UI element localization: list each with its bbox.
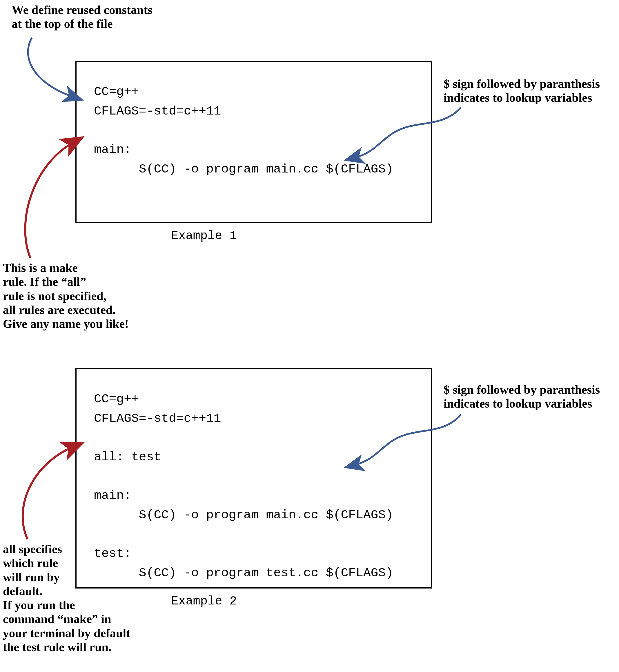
annotation-dollar1: $ sign followed by paranthesis indicates…: [443, 77, 600, 105]
annotation-makerule-text: This is a make rule. If the “all” rule i…: [3, 261, 129, 331]
caption-example2: Example 2: [171, 594, 237, 608]
annotation-allrule-text: all specifies which rule will run by def…: [3, 542, 130, 654]
annotation-dollar2-text: $ sign followed by paranthesis indicates…: [443, 383, 600, 410]
code-example2: CC=g++ CFLAGS=-std=c++11 all: test main:…: [94, 390, 416, 583]
code-example1: CC=g++ CFLAGS=-std=c++11 main: S(CC) -o …: [94, 82, 416, 179]
annotation-constants: We define reused constants at the top of…: [12, 3, 152, 31]
codebox-example1: CC=g++ CFLAGS=-std=c++11 main: S(CC) -o …: [75, 61, 432, 223]
annotation-allrule: all specifies which rule will run by def…: [3, 542, 130, 654]
annotation-dollar2: $ sign followed by paranthesis indicates…: [443, 383, 600, 411]
annotation-makerule: This is a make rule. If the “all” rule i…: [3, 261, 129, 331]
caption-example1: Example 1: [171, 229, 237, 243]
annotation-dollar1-text: $ sign followed by paranthesis indicates…: [443, 77, 600, 105]
annotation-constants-text: We define reused constants at the top of…: [12, 3, 152, 30]
